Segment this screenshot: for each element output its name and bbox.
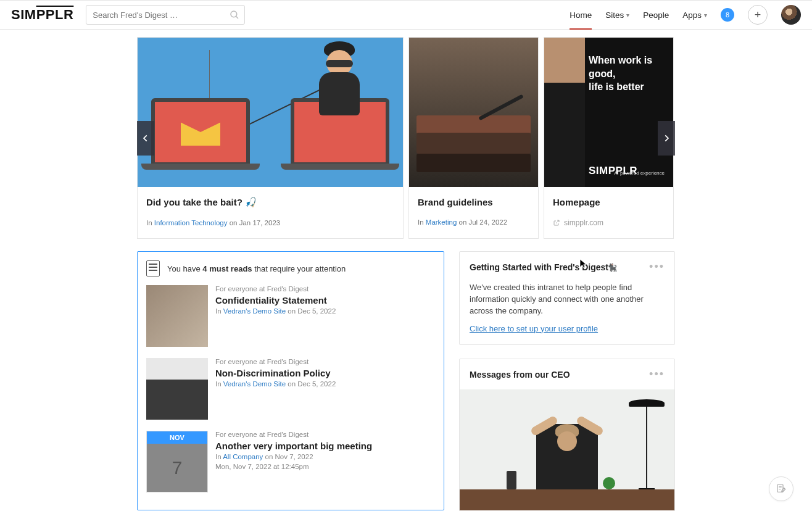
item-title: Non-Discrimination Policy: [215, 368, 435, 378]
feedback-fab[interactable]: [769, 476, 793, 501]
item-meta: In Vedran's Demo Site on Dec 5, 2022: [215, 307, 435, 315]
widget-menu[interactable]: •••: [649, 260, 665, 273]
item-audience: For everyone at Fred's Digest: [215, 285, 435, 293]
card-title: Homepage: [553, 197, 665, 207]
card-meta: In Information Technology on Jan 17, 202…: [146, 219, 394, 226]
overlay-tagline: AI powered experience: [614, 170, 665, 176]
setup-profile-link[interactable]: Click here to set up your user profile: [470, 324, 598, 333]
getting-started-widget: Getting Started with Fred's Digest🐈‍⬛ ••…: [459, 251, 675, 345]
must-read-item[interactable]: For everyone at Fred's Digest Non-Discri…: [146, 358, 435, 431]
svg-point-0: [231, 11, 237, 17]
carousel-card[interactable]: When work is good,life is better SIMPPLR…: [544, 37, 674, 239]
item-thumbnail: [146, 285, 208, 347]
nav-apps[interactable]: Apps▾: [682, 10, 707, 20]
widget-text: We've created this intranet to help peop…: [470, 282, 665, 317]
carousel-card[interactable]: Did you take the bait? 🎣 In Information …: [137, 37, 404, 239]
must-reads-widget: You have 4 must reads that require your …: [137, 251, 444, 510]
top-bar: SIMPPLR Home Sites▾ People Apps▾ 8 +: [0, 0, 812, 30]
brand-logo[interactable]: SIMPPLR: [11, 7, 73, 23]
must-read-item[interactable]: For everyone at Fred's Digest Confidenti…: [146, 285, 435, 358]
item-datetime: Mon, Nov 7, 2022 at 12:45pm: [215, 463, 435, 470]
must-read-item[interactable]: NOV 7 For everyone at Fred's Digest Anot…: [146, 431, 435, 504]
chevron-down-icon: ▾: [704, 12, 707, 19]
item-audience: For everyone at Fred's Digest: [215, 358, 435, 365]
card-meta: In Marketing on Jul 24, 2022: [418, 218, 529, 226]
item-audience: For everyone at Fred's Digest: [215, 431, 435, 438]
carousel-next[interactable]: [658, 121, 675, 156]
card-image: [138, 38, 403, 187]
calendar-day: 7: [147, 444, 207, 492]
search-icon: [229, 9, 240, 20]
user-avatar[interactable]: [781, 5, 801, 25]
site-link[interactable]: Vedran's Demo Site: [223, 307, 286, 315]
hero-carousel: Did you take the bait? 🎣 In Information …: [137, 37, 675, 239]
external-link[interactable]: simpplr.com: [553, 218, 665, 227]
notification-badge[interactable]: 8: [721, 8, 734, 22]
top-nav: Home Sites▾ People Apps▾ 8 +: [570, 5, 801, 25]
item-meta: In All Company on Nov 7, 2022: [215, 453, 435, 460]
overlay-title: When work is good,life is better: [589, 54, 662, 94]
chevron-left-icon: [141, 134, 150, 143]
item-title: Confidentiality Statement: [215, 295, 435, 305]
site-link[interactable]: Vedran's Demo Site: [223, 380, 286, 388]
chevron-right-icon: [662, 134, 671, 143]
search-input[interactable]: [86, 5, 245, 25]
note-pencil-icon: [776, 483, 787, 494]
widget-menu[interactable]: •••: [649, 368, 665, 381]
card-title: Brand guidelines: [418, 197, 529, 207]
calendar-month: NOV: [147, 431, 207, 444]
calendar-thumbnail: NOV 7: [146, 431, 208, 492]
svg-line-1: [236, 16, 239, 19]
site-link[interactable]: All Company: [223, 453, 263, 460]
document-icon: [146, 260, 160, 276]
widget-title: Messages from our CEO: [470, 370, 570, 380]
external-link-icon: [553, 219, 560, 226]
must-reads-header: You have 4 must reads that require your …: [146, 260, 435, 276]
nav-sites[interactable]: Sites▾: [605, 10, 629, 20]
site-link[interactable]: Marketing: [426, 218, 457, 226]
search-box: [86, 5, 245, 25]
item-title: Another very important big meeting: [215, 441, 435, 451]
card-title: Did you take the bait? 🎣: [146, 197, 394, 208]
card-image: When work is good,life is better SIMPPLR…: [544, 38, 673, 187]
ceo-messages-widget: Messages from our CEO ••• CEO Content: W…: [459, 359, 675, 511]
item-meta: In Vedran's Demo Site on Dec 5, 2022: [215, 380, 435, 388]
nav-home[interactable]: Home: [570, 10, 592, 30]
nav-people[interactable]: People: [643, 10, 669, 20]
card-image: [409, 38, 538, 187]
carousel-card[interactable]: Brand guidelines In Marketing on Jul 24,…: [408, 37, 539, 239]
chevron-down-icon: ▾: [626, 12, 629, 19]
create-button[interactable]: +: [748, 5, 768, 25]
carousel-prev[interactable]: [137, 121, 154, 156]
cat-icon: 🐈‍⬛: [607, 263, 617, 272]
item-thumbnail: [146, 358, 208, 420]
ceo-image: [460, 389, 674, 510]
widget-title: Getting Started with Fred's Digest🐈‍⬛: [470, 262, 617, 272]
site-link[interactable]: Information Technology: [154, 219, 228, 226]
